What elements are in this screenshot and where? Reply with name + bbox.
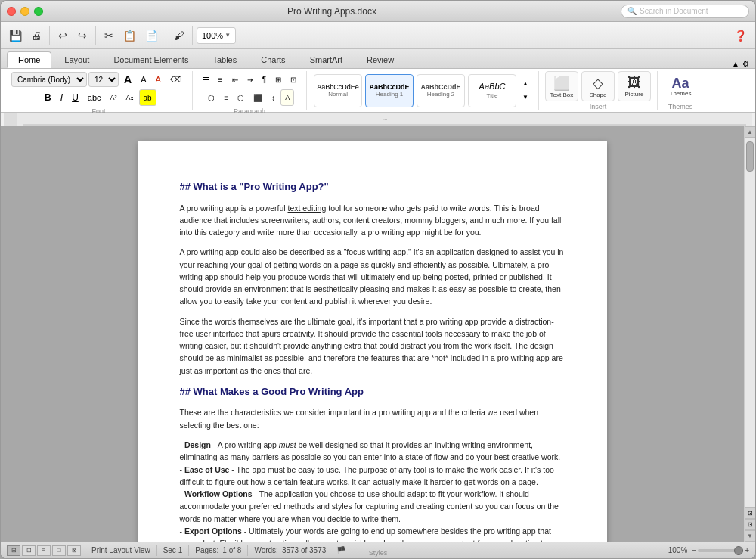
zoom-control-bar[interactable]: − + [692, 546, 749, 554]
font-size-select[interactable]: 12 [88, 72, 119, 87]
shading-button[interactable]: A [280, 89, 294, 106]
align-right-button[interactable]: ⬡ [234, 89, 248, 106]
justify-button[interactable]: ⬛ [249, 89, 266, 106]
undo-icon: ↩ [58, 30, 67, 41]
scroll-down-button[interactable]: ▼ [745, 530, 756, 542]
view-mode-label: Print Layout View [91, 546, 150, 554]
doc-para-4: These are the characteristics we conside… [180, 406, 565, 431]
scroll-page-up-button[interactable]: ⊡ [745, 508, 756, 519]
align-center-button[interactable]: ≡ [220, 89, 232, 106]
themes-button[interactable]: Aa Themes [664, 71, 697, 101]
style-title[interactable]: AaBbC Title [468, 74, 516, 107]
doc-para-5: - Design - A pro writing app must be wel… [180, 439, 565, 542]
redo-button[interactable]: ↪ [73, 25, 91, 46]
textbox-button[interactable]: ⬜ Text Box [545, 71, 578, 101]
indent-button[interactable]: ⇥ [243, 71, 257, 88]
bold-button[interactable]: B [41, 89, 55, 106]
separator-4 [192, 26, 193, 45]
save-button[interactable]: 💾 [5, 25, 26, 46]
show-hide-button[interactable]: ¶ [259, 71, 270, 88]
words-label: Words: [254, 546, 278, 554]
maximize-button[interactable] [34, 7, 43, 16]
ribbon-content: Cambria (Body) 12 A A A ⌫ B I U abc A² A… [1, 69, 755, 113]
line-spacing-button[interactable]: ↕ [268, 89, 279, 106]
font-color-button[interactable]: A [151, 71, 164, 88]
picture-label: Picture [625, 91, 644, 98]
print-button[interactable]: 🖨 [27, 25, 45, 46]
undo-button[interactable]: ↩ [54, 25, 72, 46]
paste-icon: 📄 [145, 30, 158, 41]
highlight-button[interactable]: ab [139, 89, 156, 106]
view-draft[interactable]: □ [52, 545, 66, 556]
zoom-control[interactable]: 100% ▼ [197, 27, 236, 44]
zoom-dropdown-icon[interactable]: ▼ [225, 32, 231, 39]
zoom-percent: 100% [668, 546, 688, 554]
tab-document-elements[interactable]: Document Elements [102, 51, 200, 68]
document-page[interactable]: ## What is a "Pro Writing App?" A pro wr… [138, 141, 607, 542]
scroll-up-button[interactable]: ▲ [745, 126, 756, 138]
font-shrink-button[interactable]: A [137, 71, 150, 88]
style-normal[interactable]: AaBbCcDdEe Normal [314, 74, 362, 107]
tab-review[interactable]: Review [355, 51, 405, 68]
zoom-thumb[interactable] [734, 546, 743, 555]
clear-format-button[interactable]: ⌫ [166, 71, 186, 88]
vertical-scrollbar[interactable]: ▲ ⊡ ⊡ ▼ [744, 126, 755, 542]
textbox-icon: ⬜ [553, 75, 570, 92]
tab-smartart[interactable]: SmartArt [299, 51, 354, 68]
paste-button[interactable]: 📄 [141, 25, 162, 46]
document-area[interactable]: ## What is a "Pro Writing App?" A pro wr… [1, 126, 744, 542]
columns-button[interactable]: ⊞ [271, 71, 285, 88]
styles-scroll-up[interactable]: ▲ [519, 78, 532, 90]
status-right: 100% − + [668, 546, 749, 554]
font-grow-button[interactable]: A [120, 71, 135, 88]
view-outline[interactable]: ≡ [37, 545, 51, 556]
close-button[interactable] [7, 7, 16, 16]
list-unordered-button[interactable]: ☰ [199, 71, 213, 88]
italic-button[interactable]: I [57, 89, 67, 106]
font-row-2: B I U abc A² A₂ ab [41, 89, 156, 106]
copy-button[interactable]: 📋 [119, 25, 140, 46]
shape-button[interactable]: ◇ Shape [581, 71, 615, 101]
scroll-track[interactable] [745, 138, 755, 507]
styles-scroll-down[interactable]: ▼ [519, 92, 532, 104]
search-bar[interactable]: 🔍 Search in Document [621, 5, 749, 18]
minimize-button[interactable] [20, 7, 29, 16]
format-painter-button[interactable]: 🖌 [170, 25, 188, 46]
zoom-minus-button[interactable]: − [692, 546, 696, 554]
view-notebook[interactable]: ⊠ [67, 545, 81, 556]
scroll-thumb[interactable] [746, 141, 754, 172]
style-heading1[interactable]: AaBbCcDdE Heading 1 [365, 74, 414, 107]
superscript-button[interactable]: A² [107, 89, 121, 106]
doc-heading-2: ## What Makes a Good Pro Writing App [180, 384, 565, 399]
subscript-button[interactable]: A₂ [122, 89, 138, 106]
flag-icon: 🏴 [336, 546, 345, 554]
view-web-layout[interactable]: ⊡ [22, 545, 36, 556]
print-layout-label: Print Layout View [91, 546, 150, 554]
zoom-plus-button[interactable]: + [745, 546, 749, 554]
words-info: Words: 3573 of 3573 [254, 546, 326, 554]
view-print-layout[interactable]: ⊞ [7, 545, 20, 556]
strikethrough-button[interactable]: abc [84, 89, 105, 106]
words-value: 3573 of 3573 [282, 546, 326, 554]
scroll-page-down-button[interactable]: ⊡ [745, 519, 756, 530]
doc-para-2: A pro writing app could also be describe… [180, 246, 565, 307]
align-left-button[interactable]: ⬡ [204, 89, 218, 106]
list-ordered-button[interactable]: ≡ [215, 71, 227, 88]
underline-button[interactable]: U [68, 89, 82, 106]
zoom-slider[interactable] [698, 549, 743, 552]
tab-layout[interactable]: Layout [53, 51, 101, 68]
help-button[interactable]: ❓ [730, 25, 751, 46]
outdent-button[interactable]: ⇤ [228, 71, 242, 88]
tab-charts[interactable]: Charts [249, 51, 296, 68]
picture-button[interactable]: 🖼 Picture [618, 71, 651, 101]
style-normal-preview: AaBbCcDdEe [317, 83, 359, 92]
ruler-bar: ··· [1, 113, 755, 126]
font-family-select[interactable]: Cambria (Body) [11, 72, 87, 87]
ribbon-options-button[interactable]: ⚙ [742, 60, 749, 68]
style-heading2[interactable]: AaBbCcDdE Heading 2 [417, 74, 465, 107]
border-button[interactable]: ⊡ [287, 71, 300, 88]
cut-button[interactable]: ✂ [100, 25, 118, 46]
tab-tables[interactable]: Tables [201, 51, 248, 68]
tab-home[interactable]: Home [7, 51, 51, 68]
ribbon-collapse-button[interactable]: ▲ [732, 60, 739, 68]
